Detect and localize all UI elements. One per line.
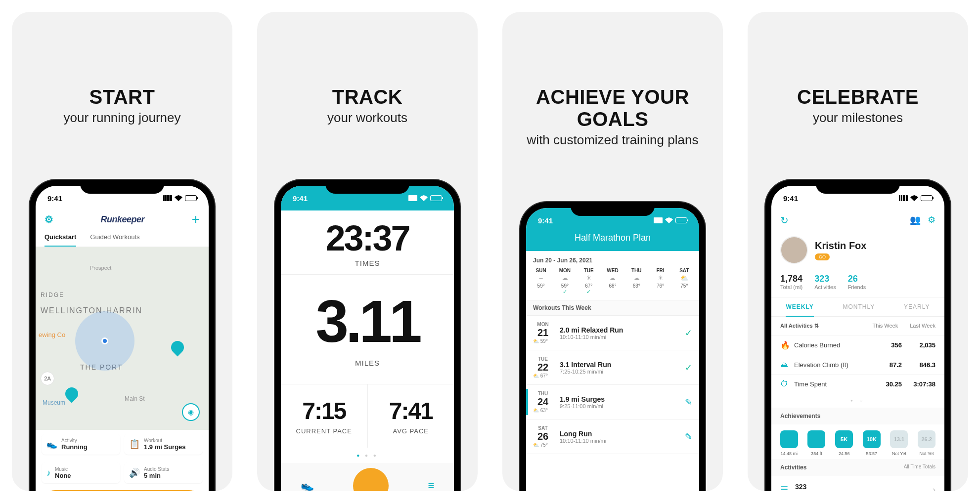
workout-row[interactable]: THU24⛅ 63°1.9 mi Surges9:25-11:00 min/mi… [526, 385, 699, 419]
elapsed-time-label: TIMES [281, 259, 454, 267]
wifi-icon [175, 195, 182, 201]
activities-label: Tracked [795, 491, 814, 491]
layers-icon[interactable]: ≡ [428, 479, 434, 491]
profile-stat[interactable]: 26Friends [848, 274, 866, 290]
panel-start: START your running journey 9:41 ⚙ Runkee… [12, 12, 232, 491]
activities-subtitle: All Time Totals [904, 464, 935, 471]
wifi-icon [910, 195, 918, 201]
day-col[interactable]: THU☁63° [624, 268, 648, 295]
avatar[interactable] [780, 236, 808, 264]
workout-row[interactable]: TUE22⛅ 67°3.1 Interval Run7:25-10:25 min… [526, 350, 699, 385]
workout-card[interactable]: 📋Workout1.9 mi Surges [124, 434, 203, 455]
signal-icon [654, 217, 663, 223]
route-badge: 2A [41, 372, 54, 385]
tab-weekly[interactable]: WEEKLY [786, 303, 813, 317]
phone-frame: 9:41 Half Marathon Plan Jun 20 - Jun 26,… [520, 202, 705, 491]
settings-icon[interactable]: ⚙ [928, 215, 935, 225]
shoe-icon[interactable]: 👟 [301, 479, 314, 491]
panel-subtitle: your running journey [63, 110, 180, 126]
profile-stat[interactable]: 1,784Total (mi) [780, 274, 802, 290]
day-col[interactable]: FRI☀76° [648, 268, 672, 295]
metric-row: 🔥Calories Burned3562,035 [771, 335, 944, 355]
day-col[interactable]: WED☁68° [601, 268, 624, 295]
week-calendar: SUN–59°MON☁59°✓TUE☀67°✓WED☁68°THU☁63°FRI… [526, 268, 699, 300]
status-time: 9:41 [293, 194, 308, 203]
brand-logo: Runkeeper [101, 214, 145, 225]
achievement-badge[interactable]: 14.48 mi [780, 430, 798, 456]
status-time: 9:41 [47, 194, 62, 203]
list-icon: ☰ [780, 484, 788, 491]
achievement-badge[interactable]: 5K24:56 [835, 430, 853, 456]
go-badge: GO [815, 253, 830, 260]
live-tracking-button[interactable]: ◉ [182, 403, 200, 421]
music-icon: ♪ [46, 468, 51, 478]
achievement-badge[interactable]: 10K53:57 [863, 430, 881, 456]
panel-track: TRACK your workouts 9:41 23:37 TIMES 3.1… [257, 12, 478, 491]
map-view[interactable]: RIDGE WELLINGTON-HARRIN THE PORT ewing C… [36, 247, 209, 430]
check-icon: ✓ [685, 362, 692, 373]
friends-icon[interactable]: 👥 [910, 215, 921, 225]
activity-filter[interactable]: All Activities ⇅ [780, 323, 819, 329]
music-card[interactable]: ♪MusicNone [42, 462, 120, 483]
panel-subtitle: with customized training plans [527, 132, 699, 148]
signal-icon [899, 195, 908, 201]
settings-icon[interactable]: ⚙ [45, 213, 53, 225]
panel-goals: ACHIEVE YOUR GOALS with customized train… [502, 12, 723, 491]
edit-icon[interactable]: ✎ [685, 431, 692, 442]
phone-frame: 9:41 ⚙ Runkeeper + Quickstart Guided Wor… [30, 180, 215, 491]
chevron-right-icon: › [933, 485, 935, 492]
tab-monthly[interactable]: MONTHLY [843, 303, 875, 310]
refresh-icon[interactable]: ↻ [780, 214, 789, 226]
activity-card[interactable]: 👟ActivityRunning [42, 434, 120, 455]
panel-title: CELEBRATE [797, 86, 919, 108]
status-time: 9:41 [538, 216, 553, 225]
wifi-icon [665, 217, 673, 223]
map-label-brew: ewing Co [39, 331, 65, 338]
day-col[interactable]: SAT⛅75° [672, 268, 696, 295]
workout-row[interactable]: MON21⛅ 59°2.0 mi Relaxed Run10:10-11:10 … [526, 316, 699, 350]
activities-heading: Activities [780, 464, 806, 471]
day-col[interactable]: SUN–59° [529, 268, 553, 295]
panel-subtitle: your workouts [327, 110, 407, 126]
current-pace-label: CURRENT PACE [281, 427, 367, 435]
badges-row: 14.48 mi354 ft5K24:5610K53:5713.1Not Yet… [771, 424, 944, 459]
location-dot [101, 337, 108, 344]
battery-icon [675, 217, 687, 223]
tab-quickstart[interactable]: Quickstart [45, 228, 76, 247]
workout-row[interactable]: SAT26⛅ 75°Long Run10:10-11:10 min/mi✎ [526, 419, 699, 454]
achievement-badge[interactable]: 354 ft [807, 430, 825, 456]
audio-stats-card[interactable]: 🔊Audio Stats5 min [124, 462, 203, 483]
battery-icon [430, 195, 442, 201]
map-label-ridge: RIDGE [41, 292, 64, 298]
panel-celebrate: CELEBRATE your milestones 9:41 ↻ 👥 ⚙ [748, 12, 968, 491]
col-this-week: This Week [872, 323, 898, 329]
tab-yearly[interactable]: YEARLY [904, 303, 930, 310]
activities-count: 323 [795, 483, 814, 491]
achievement-badge[interactable]: 13.1Not Yet [890, 430, 908, 456]
panel-title: START [89, 86, 155, 108]
check-icon: ✓ [685, 328, 692, 338]
add-icon[interactable]: + [192, 211, 200, 227]
panel-title: TRACK [332, 86, 402, 108]
map-label-museum: Museum [43, 399, 65, 406]
map-flag-pin[interactable] [169, 338, 187, 357]
map-label-prospect: Prospect [90, 265, 111, 271]
edit-icon[interactable]: ✎ [685, 397, 692, 408]
pause-button[interactable] [353, 468, 389, 491]
tab-guided[interactable]: Guided Workouts [90, 228, 139, 247]
clipboard-icon: 📋 [129, 439, 140, 450]
elapsed-time-value: 23:37 [281, 220, 454, 256]
metric-row: ⏱Time Spent30.253:07:38 [771, 374, 944, 393]
map-label-main: Main St [125, 395, 145, 402]
profile-stats: 1,784Total (mi)323Activities26Friends [771, 270, 944, 297]
panel-subtitle: your milestones [813, 110, 903, 126]
distance-value: 3.11 [281, 292, 454, 351]
map-poi-pin[interactable] [63, 385, 81, 403]
date-range: Jun 20 - Jun 26, 2021 [526, 251, 699, 268]
profile-stat[interactable]: 323Activities [814, 274, 836, 290]
day-col[interactable]: TUE☀67°✓ [577, 268, 601, 295]
start-button[interactable]: Start [42, 490, 203, 491]
day-col[interactable]: MON☁59°✓ [553, 268, 577, 295]
activities-row[interactable]: ☰ 323Tracked › [771, 476, 944, 491]
achievement-badge[interactable]: 26.2Not Yet [918, 430, 935, 456]
